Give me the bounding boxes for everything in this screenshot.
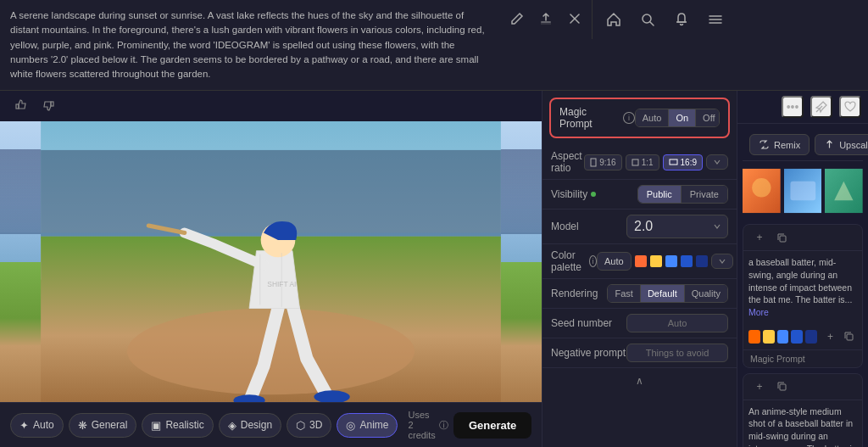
card-1-swatches: + [743,324,862,349]
model-chevron-icon [714,223,721,230]
card-1-section-copy-button[interactable] [841,327,857,346]
thumbs-down-button[interactable] [37,94,59,116]
card-1-content: a baseball batter, mid-swing, angle duri… [743,251,862,323]
thumb-icons-row [0,91,542,121]
square-icon [632,159,639,166]
magic-prompt-on-button[interactable]: On [669,109,696,126]
seed-number-row: Seed number [542,309,737,338]
top-bar: A serene landscape during sunset or sunr… [0,0,868,91]
anime-style-icon: ◎ [346,419,355,432]
model-row: Model 2.0 [542,210,737,244]
settings-collapse-button[interactable]: ∧ [632,372,647,390]
color-palette-text: Color palette [551,249,586,273]
style-design-button[interactable]: ◈ Design [219,413,281,438]
svg-rect-24 [591,159,596,166]
style-anime-button[interactable]: ◎ Anime [337,413,398,438]
private-label: Private [690,189,719,199]
color-palette-more-dropdown[interactable] [711,254,733,269]
thumbs-up-button[interactable] [10,94,32,116]
generate-button[interactable]: Generate [453,412,531,439]
magic-prompt-auto-button[interactable]: Auto [636,109,670,126]
upscale-label: Upscale [839,140,868,150]
bell-icon [674,12,689,27]
card-1-section-add-button[interactable]: + [822,327,838,346]
card-1-copy-button[interactable] [772,228,791,247]
magic-prompt-toggle-group: Auto On Off [635,109,720,127]
rendering-default-button[interactable]: Default [641,285,685,302]
thumbs-up-icon [14,98,28,112]
aspect-ratio-dropdown[interactable] [706,154,728,170]
credits-info: Uses 2 credits ⓘ [408,410,448,440]
heart-icon [843,100,857,114]
remix-button[interactable]: Remix [749,134,810,155]
more-options-button[interactable]: ••• [782,96,804,118]
style-auto-button[interactable]: ✦ Auto [10,413,64,438]
image-thumb-1[interactable] [743,161,781,221]
anime-scene: SHIFT AI [0,121,542,402]
seed-number-input[interactable] [626,314,728,332]
home-button[interactable] [601,7,626,32]
magic-prompt-row: Magic Prompt i Auto On Off [549,98,730,138]
magic-prompt-off-button[interactable]: Off [696,109,720,126]
visibility-private-button[interactable]: Private [682,186,727,203]
card-2-top: + [743,374,862,400]
svg-rect-31 [790,182,815,200]
card-1-actions: + [750,228,791,247]
remix-label: Remix [774,140,800,150]
rendering-label: Rendering [551,288,598,299]
edit-button[interactable] [505,7,529,31]
color-palette-info-icon[interactable]: i [589,255,597,267]
aspect-16-9-button[interactable]: 16:9 [663,154,703,170]
image-thumb-3[interactable] [825,161,863,221]
rendering-fast-button[interactable]: Fast [608,285,640,302]
seed-number-text: Seed number [551,317,612,329]
card-2-add-button[interactable]: + [750,377,769,396]
card-1-text: a baseball batter, mid-swing, angle duri… [748,256,857,318]
negative-prompt-row: Negative prompt [542,338,737,368]
close-button[interactable] [563,7,587,31]
card-1-add-button[interactable]: + [750,228,769,247]
aspect-ratio-label: Aspect ratio [551,150,584,174]
style-general-button[interactable]: ❋ General [69,413,137,438]
palette-swatch-4 [681,255,693,267]
remix-icon [759,139,770,150]
pin-button[interactable] [810,96,832,118]
image-thumb-2[interactable] [784,161,822,221]
3d-style-icon: ⬡ [296,419,305,432]
nav-icons-group [592,0,737,39]
upload-button[interactable] [534,7,558,31]
model-dropdown[interactable]: 2.0 [626,215,728,238]
upscale-button[interactable]: Upscale [815,134,868,155]
home-icon [606,12,621,27]
color-palette-auto-label: Auto [604,256,624,266]
action-buttons-row: Remix Upscale [743,129,863,161]
visibility-label: Visibility [551,188,596,200]
rendering-text: Rendering [551,288,598,299]
negative-prompt-input[interactable] [626,344,728,362]
notifications-button[interactable] [669,7,694,32]
style-3d-button[interactable]: ⬡ 3D [287,413,331,438]
aspect-9-16-button[interactable]: 9:16 [584,154,621,170]
color-palette-dropdown[interactable]: Auto [597,252,632,271]
magic-prompt-info-icon[interactable]: i [623,112,635,124]
card-2-copy-button[interactable] [772,377,791,396]
main-image-area: SHIFT AI [0,121,542,402]
visibility-public-button[interactable]: Public [638,186,682,203]
visibility-toggle-group: Public Private [637,185,728,204]
svg-line-5 [650,22,654,25]
search-button[interactable] [635,7,660,32]
generate-label: Generate [469,419,516,432]
menu-button[interactable] [703,7,728,32]
favorite-button[interactable] [839,96,861,118]
svg-point-29 [752,178,771,197]
card-1-more-link[interactable]: More [748,307,769,317]
bottom-toolbar: ✦ Auto ❋ General ▣ Realistic ◈ Design ⬡ … [0,402,542,447]
aspect-1-1-button[interactable]: 1:1 [626,154,659,170]
3d-style-label: 3D [309,419,322,431]
style-realistic-button[interactable]: ▣ Realistic [142,413,213,438]
upscale-icon [824,139,835,150]
visibility-row: Visibility Public Private [542,180,737,210]
palette-swatch-5 [696,255,708,267]
card-1-swatch-3 [777,330,789,344]
rendering-quality-button[interactable]: Quality [685,285,727,302]
